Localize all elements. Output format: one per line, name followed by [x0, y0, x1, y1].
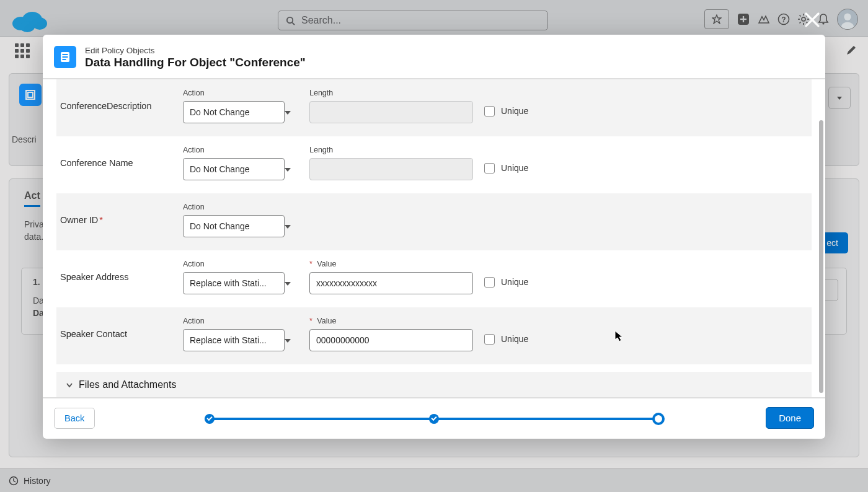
unique-checkbox[interactable] — [484, 106, 495, 116]
back-button[interactable]: Back — [54, 408, 95, 429]
field-name-label: ConferenceDescription — [60, 101, 172, 111]
value-label: * Value — [309, 317, 473, 325]
field-row: Speaker AddressActionDo Not ChangeReplac… — [56, 250, 812, 307]
modal-footer: Back Done — [43, 397, 825, 439]
length-label: Length — [309, 89, 473, 97]
modal-scrollbar[interactable] — [819, 120, 823, 393]
field-name-label: Conference Name — [60, 158, 172, 168]
value-input[interactable] — [309, 329, 473, 351]
unique-label: Unique — [501, 106, 528, 116]
progress-step-3 — [652, 413, 665, 425]
field-name-label: Speaker Contact — [60, 329, 172, 339]
action-label: Action — [183, 146, 298, 154]
action-select[interactable]: Do Not ChangeReplace with Stati... — [183, 215, 285, 237]
unique-label: Unique — [501, 163, 528, 173]
action-label: Action — [183, 260, 298, 268]
length-label: Length — [309, 146, 473, 154]
modal-close-icon[interactable] — [804, 11, 821, 29]
edit-policy-modal: Edit Policy Objects Data Handling For Ob… — [43, 35, 825, 439]
action-label: Action — [183, 89, 298, 97]
field-row: Owner ID*ActionDo Not ChangeReplace with… — [56, 193, 812, 250]
length-input — [309, 158, 473, 180]
value-input[interactable] — [309, 272, 473, 294]
action-select[interactable]: Do Not ChangeReplace with Stati... — [183, 329, 285, 351]
modal-header: Edit Policy Objects Data Handling For Ob… — [43, 35, 825, 79]
action-select[interactable]: Do Not ChangeReplace with Stati... — [183, 101, 285, 123]
action-select[interactable]: Do Not ChangeReplace with Stati... — [183, 272, 285, 294]
field-name-label: Owner ID* — [60, 215, 172, 225]
chevron-down-icon — [65, 380, 74, 389]
files-section-label: Files and Attachments — [79, 379, 176, 390]
modal-title: Data Handling For Object "Conference" — [85, 56, 306, 69]
svg-rect-32 — [63, 54, 68, 55]
action-label: Action — [183, 203, 298, 211]
unique-label: Unique — [501, 277, 528, 287]
modal-eyebrow: Edit Policy Objects — [85, 46, 306, 55]
length-input — [309, 101, 473, 123]
action-select[interactable]: Do Not ChangeReplace with Stati... — [183, 158, 285, 180]
files-attachments-section[interactable]: Files and Attachments — [56, 372, 812, 397]
unique-checkbox[interactable] — [484, 334, 495, 345]
done-button[interactable]: Done — [766, 407, 814, 429]
unique-label: Unique — [501, 334, 528, 344]
modal-header-icon — [54, 46, 76, 68]
field-row: Speaker ContactActionDo Not ChangeReplac… — [56, 307, 812, 364]
field-row: ConferenceDescriptionActionDo Not Change… — [56, 79, 812, 136]
field-row: Conference NameActionDo Not ChangeReplac… — [56, 136, 812, 193]
value-label: * Value — [309, 260, 473, 268]
unique-checkbox[interactable] — [484, 163, 495, 174]
progress-indicator — [205, 418, 663, 420]
svg-rect-33 — [63, 56, 68, 58]
svg-rect-34 — [63, 59, 66, 60]
progress-step-1 — [205, 414, 215, 424]
field-name-label: Speaker Address — [60, 272, 172, 282]
modal-body: ConferenceDescriptionActionDo Not Change… — [43, 79, 825, 397]
action-label: Action — [183, 317, 298, 325]
unique-checkbox[interactable] — [484, 277, 495, 288]
progress-step-2 — [429, 414, 439, 424]
